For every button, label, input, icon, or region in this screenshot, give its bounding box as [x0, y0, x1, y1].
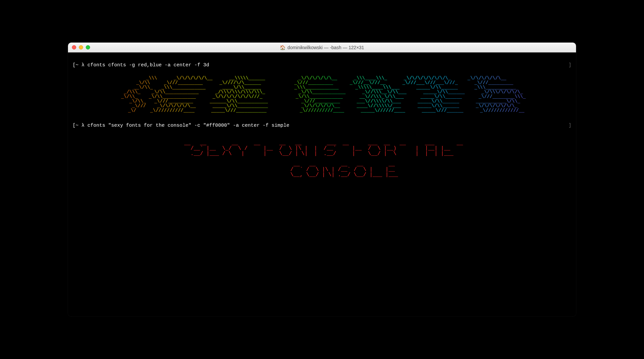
minimize-icon[interactable] [79, 45, 83, 49]
prompt-text: [~ λ cfonts "sexy fonts for the console"… [73, 123, 289, 128]
prompt-text: [~ λ cfonts cfonts -g red,blue -a center… [73, 62, 209, 68]
titlebar: 🏠 dominikwilkowski — -bash — 122×31 [68, 43, 576, 52]
terminal-window: 🏠 dominikwilkowski — -bash — 122×31 [~ λ… [68, 43, 576, 316]
window-title: dominikwilkowski — -bash — 122×31 [287, 45, 364, 50]
terminal-body[interactable]: [~ λ cfonts cfonts -g red,blue -a center… [68, 52, 576, 316]
prompt-close-bracket: ] [568, 62, 571, 68]
prompt-line-1: [~ λ cfonts cfonts -g red,blue -a center… [73, 62, 571, 68]
ascii-output-3d: _\\\ _\/\/\/\/\/\__ __\\\\\______ _\/\/\… [73, 76, 571, 113]
close-icon[interactable] [72, 45, 76, 49]
ascii-output-simple: __ __ __ __ __ __ ___ __ ___ __ __ ___ _… [73, 141, 571, 178]
prompt-close-bracket: ] [568, 123, 571, 128]
home-icon: 🏠 [280, 45, 285, 50]
traffic-lights [72, 45, 90, 49]
prompt-line-2: [~ λ cfonts "sexy fonts for the console"… [73, 123, 571, 128]
zoom-icon[interactable] [86, 45, 90, 49]
window-title-wrap: 🏠 dominikwilkowski — -bash — 122×31 [68, 45, 576, 50]
